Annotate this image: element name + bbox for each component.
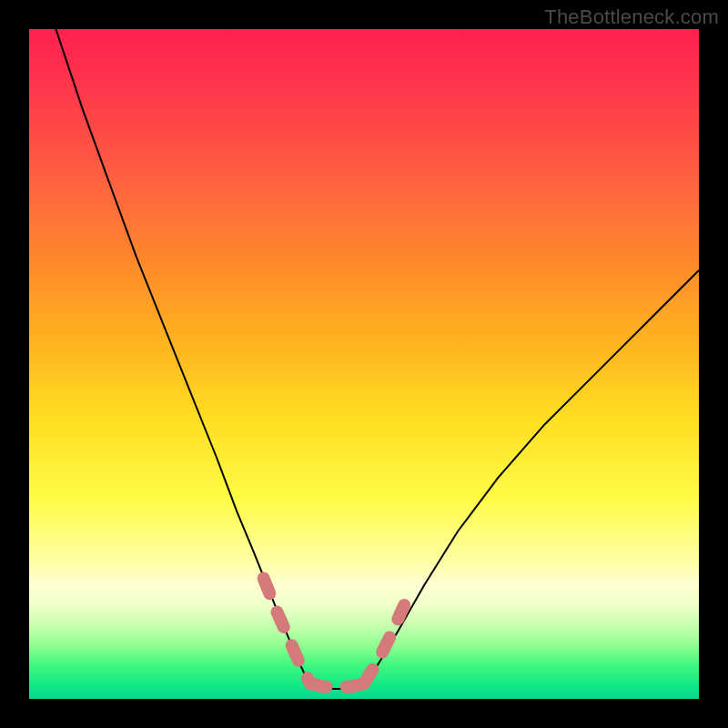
- dashed-overlay-left: [264, 579, 311, 684]
- chart-frame: TheBottleneck.com: [0, 0, 728, 728]
- curves-layer: [29, 29, 699, 699]
- plot-area: [29, 29, 699, 699]
- curve-right-arm: [364, 270, 699, 685]
- watermark-text: TheBottleneck.com: [544, 5, 719, 29]
- dashed-overlay-right: [364, 605, 404, 683]
- dashed-overlay-floor: [310, 683, 364, 687]
